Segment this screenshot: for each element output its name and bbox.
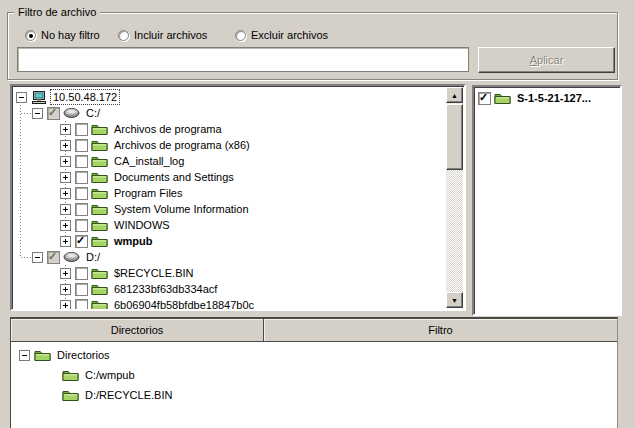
- checkbox[interactable]: [75, 171, 88, 184]
- folder-icon: [91, 154, 108, 168]
- tree-node-label[interactable]: C:/: [84, 106, 102, 120]
- checkbox[interactable]: [75, 123, 88, 136]
- app-window: { "icons": { "check": "✓", "up_arrow": "…: [0, 0, 635, 428]
- tree-row[interactable]: Documents and Settings: [13, 169, 446, 185]
- filter-groupbox: Filtro de archivo No hay filtro Incluir …: [7, 12, 618, 80]
- tree-node-label[interactable]: CA_install_log: [112, 154, 186, 168]
- folder-icon: [62, 368, 79, 382]
- tree-node-label[interactable]: 681233bf63db334acf: [112, 282, 219, 296]
- tree-row[interactable]: System Volume Information: [13, 201, 446, 217]
- summary-tree: DirectoriosC:/wmpubD:/RECYCLE.BIN: [11, 342, 617, 428]
- tree-row[interactable]: 6b06904fb58bfdbe18847b0c: [13, 297, 446, 309]
- checkbox[interactable]: [75, 299, 88, 310]
- expand-icon[interactable]: [60, 284, 71, 295]
- checkbox[interactable]: ✓: [47, 251, 60, 264]
- tree-row[interactable]: Directorios: [11, 345, 617, 365]
- expand-icon[interactable]: [60, 204, 71, 215]
- tree-row[interactable]: 10.50.48.172: [13, 89, 446, 105]
- radio-button-icon[interactable]: [118, 30, 129, 41]
- checkbox[interactable]: ✓: [75, 235, 88, 248]
- tree-node-label[interactable]: Archivos de programa (x86): [112, 138, 252, 152]
- tree-node-label[interactable]: System Volume Information: [112, 202, 251, 216]
- tree-row[interactable]: ✓wmpub: [13, 233, 446, 249]
- tree-node-label[interactable]: 10.50.48.172: [51, 90, 119, 104]
- tree-row[interactable]: Program Files: [13, 185, 446, 201]
- collapse-icon[interactable]: [32, 252, 43, 263]
- tree-node-label[interactable]: S-1-5-21-127...: [515, 91, 593, 105]
- checkbox[interactable]: [75, 267, 88, 280]
- folder-icon: [34, 348, 51, 362]
- expand-icon[interactable]: [60, 124, 71, 135]
- expand-icon[interactable]: [60, 220, 71, 231]
- scroll-up-button[interactable]: ▲: [446, 87, 463, 103]
- expand-icon[interactable]: [60, 156, 71, 167]
- apply-button[interactable]: Aplicar: [478, 47, 615, 73]
- tree-row[interactable]: ✓S-1-5-21-127...: [475, 90, 619, 106]
- column-header-directorios[interactable]: Directorios: [11, 319, 264, 341]
- server-tree-panel: 10.50.48.172✓C:/Archivos de programaArch…: [10, 84, 466, 311]
- tree-node-label[interactable]: Documents and Settings: [112, 170, 236, 184]
- tree-row[interactable]: ✓D:/: [13, 249, 446, 265]
- filter-pattern-input[interactable]: [17, 47, 469, 72]
- tree-node-label[interactable]: Program Files: [112, 186, 184, 200]
- tree-node-label[interactable]: wmpub: [112, 234, 155, 248]
- checkbox[interactable]: ✓: [47, 107, 60, 120]
- up-arrow-icon: ▲: [451, 92, 458, 99]
- scrollbar-thumb[interactable]: [446, 104, 463, 170]
- column-header-filtro[interactable]: Filtro: [264, 319, 617, 341]
- drive-icon: [63, 107, 80, 119]
- checkmark-icon: ✓: [48, 106, 57, 119]
- tree-node-label[interactable]: D:/RECYCLE.BIN: [83, 388, 174, 402]
- radio-no-filter[interactable]: No hay filtro: [25, 28, 100, 42]
- tree-node-label[interactable]: Directorios: [55, 348, 112, 362]
- radio-include-files[interactable]: Incluir archivos: [118, 28, 207, 42]
- checkbox[interactable]: [75, 283, 88, 296]
- tree-row[interactable]: Archivos de programa (x86): [13, 137, 446, 153]
- computer-icon: [31, 90, 47, 105]
- tree-row[interactable]: Archivos de programa: [13, 121, 446, 137]
- vertical-scrollbar[interactable]: ▲ ▼: [446, 87, 463, 308]
- summary-panel: Directorios Filtro DirectoriosC:/wmpubD:…: [10, 317, 618, 428]
- tree-node-label[interactable]: WINDOWS: [112, 218, 172, 232]
- expand-icon[interactable]: [60, 300, 71, 310]
- checkbox[interactable]: [75, 139, 88, 152]
- folder-icon: [91, 234, 108, 248]
- expand-icon[interactable]: [60, 268, 71, 279]
- tree-row[interactable]: C:/wmpub: [11, 365, 617, 385]
- checkbox[interactable]: [75, 187, 88, 200]
- tree-node-label[interactable]: $RECYCLE.BIN: [112, 266, 195, 280]
- expand-icon[interactable]: [60, 172, 71, 183]
- checkmark-icon: ✓: [48, 250, 57, 263]
- collapse-icon[interactable]: [16, 92, 27, 103]
- folder-icon: [91, 218, 108, 232]
- tree-row[interactable]: CA_install_log: [13, 153, 446, 169]
- tree-row[interactable]: D:/RECYCLE.BIN: [11, 385, 617, 405]
- expand-icon[interactable]: [60, 236, 71, 247]
- tree-row[interactable]: $RECYCLE.BIN: [13, 265, 446, 281]
- tree-node-label[interactable]: Archivos de programa: [112, 122, 224, 136]
- radio-exclude-files[interactable]: Excluir archivos: [235, 28, 328, 42]
- checkbox[interactable]: [75, 219, 88, 232]
- tree-node-label[interactable]: 6b06904fb58bfdbe18847b0c: [112, 298, 256, 309]
- tree-node-label[interactable]: D:/: [84, 250, 102, 264]
- folder-icon: [91, 282, 108, 296]
- checkbox[interactable]: ✓: [478, 92, 491, 105]
- tree-row[interactable]: ✓C:/: [13, 105, 446, 121]
- apply-button-label: Aplicar: [530, 54, 564, 66]
- checkbox[interactable]: [75, 155, 88, 168]
- checkmark-icon: ✓: [479, 91, 488, 104]
- scroll-down-button[interactable]: ▼: [446, 292, 463, 308]
- checkbox[interactable]: [75, 203, 88, 216]
- tree-node-label[interactable]: C:/wmpub: [83, 368, 137, 382]
- collapse-icon[interactable]: [19, 350, 30, 361]
- collapse-icon[interactable]: [32, 108, 43, 119]
- expand-icon[interactable]: [60, 140, 71, 151]
- radio-button-icon[interactable]: [25, 30, 36, 41]
- tree-row[interactable]: 681233bf63db334acf: [13, 281, 446, 297]
- expand-icon[interactable]: [60, 188, 71, 199]
- selection-list: ✓S-1-5-21-127...: [475, 88, 619, 313]
- radio-button-icon[interactable]: [235, 30, 246, 41]
- tree-row[interactable]: WINDOWS: [13, 217, 446, 233]
- folder-icon: [91, 138, 108, 152]
- radio-label: No hay filtro: [41, 29, 100, 41]
